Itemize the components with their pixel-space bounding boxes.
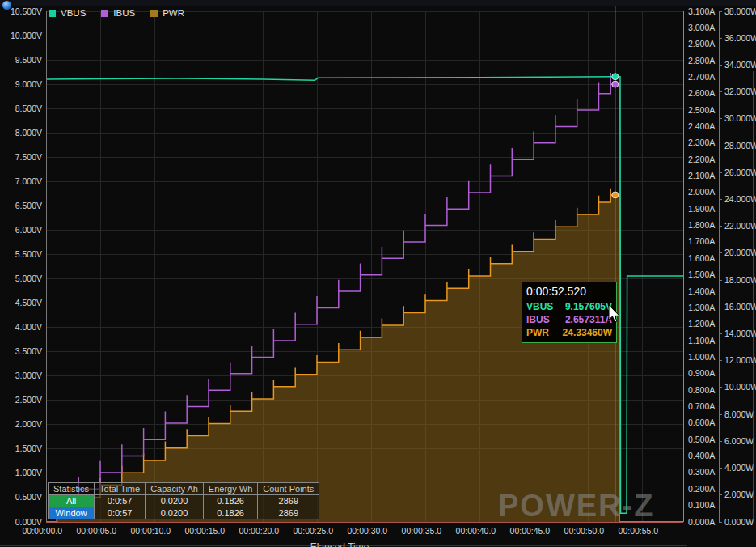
power-tick-label: 28.000W: [724, 141, 756, 151]
current-tick-label: 1.900A: [688, 204, 715, 214]
time-tick-label: 00:00:30.0: [348, 526, 388, 536]
tooltip-value-pwr: 24.33460W: [563, 326, 612, 339]
pwr-swatch-icon: [150, 10, 158, 17]
chart-plot[interactable]: [0, 0, 756, 547]
voltage-tick-label: 10.000V: [11, 31, 42, 41]
stats-all-capacity: 0.0200: [146, 495, 204, 507]
titlebar-fragment: [0, 0, 756, 6]
voltage-tick-label: 1.500V: [15, 443, 42, 454]
vertical-scrollbar[interactable]: [753, 71, 754, 521]
power-tick-label: 4.000W: [724, 463, 754, 473]
voltage-tick-label: 2.500V: [15, 395, 42, 405]
power-tick-label: 12.000W: [724, 355, 756, 366]
stats-row-all-label[interactable]: All: [49, 495, 95, 507]
tooltip-time: 0:00:52.520: [526, 285, 612, 298]
voltage-tick-label: 6.500V: [15, 201, 42, 211]
stats-row-window-label[interactable]: Window: [49, 507, 95, 519]
current-tick-label: 0.000A: [688, 517, 715, 528]
voltage-tick-label: 2.000V: [15, 419, 42, 430]
tooltip-row-pwr: PWR 24.33460W: [526, 326, 612, 339]
voltage-tick-label: 1.000V: [15, 468, 42, 478]
stats-header-statistics: Statistics: [49, 483, 95, 495]
legend-item-ibus[interactable]: IBUS: [101, 8, 135, 18]
stats-all-count: 2869: [258, 495, 319, 507]
power-tick-label: 8.000W: [724, 409, 754, 420]
stats-window-count: 2869: [258, 507, 319, 519]
voltage-tick-label: 4.000V: [15, 322, 42, 333]
current-tick-label: 1.100A: [688, 336, 715, 346]
power-tick-label: 30.000W: [724, 113, 756, 124]
current-tick-label: 2.600A: [688, 88, 715, 99]
app-icon: [2, 1, 11, 10]
pwr-area-fill: [46, 189, 683, 522]
power-tick-label: 26.000W: [724, 167, 756, 178]
vbus-swatch-icon: [49, 10, 56, 17]
current-tick-label: 0.600A: [688, 418, 715, 428]
current-tick-label: 0.700A: [688, 401, 715, 412]
tooltip-name-pwr: PWR: [526, 326, 549, 339]
legend-item-vbus[interactable]: VBUS: [49, 8, 86, 18]
ibus-cursor-marker: [612, 81, 619, 87]
power-tick-label: 10.000W: [724, 382, 756, 392]
time-tick-label: 00:00:40.0: [456, 526, 496, 536]
current-tick-label: 1.500A: [688, 269, 715, 280]
current-tick-label: 2.300A: [688, 138, 715, 148]
stats-row-all: All 0:0:57 0.0200 0.1826 2869: [49, 495, 319, 507]
power-tick-label: 34.000W: [724, 60, 756, 70]
current-tick-label: 0.100A: [688, 500, 715, 511]
current-tick-label: 2.000A: [688, 187, 715, 197]
voltage-tick-label: 8.500V: [15, 104, 42, 114]
power-tick-label: 20.000W: [724, 248, 756, 258]
voltage-tick-label: 9.000V: [15, 79, 42, 90]
current-tick-label: 3.000A: [688, 23, 715, 33]
stats-header-energy: Energy Wh: [203, 483, 257, 495]
current-tick-label: 2.100A: [688, 171, 715, 181]
voltage-tick-label: 5.000V: [15, 274, 42, 284]
voltage-tick-label: 4.500V: [15, 298, 42, 308]
horizontal-scrollbar[interactable]: [0, 545, 687, 546]
current-tick-label: 2.700A: [688, 72, 715, 83]
legend-label-pwr: PWR: [163, 8, 184, 18]
tooltip-value-vbus: 9.157605V: [565, 300, 612, 313]
tooltip-value-ibus: 2.657311A: [565, 313, 612, 326]
power-tick-label: 2.000W: [724, 490, 754, 500]
stats-window-total-time: 0:0:57: [95, 507, 146, 519]
legend-label-ibus: IBUS: [113, 8, 135, 18]
stats-header-count: Count Points: [258, 483, 319, 495]
vbus-cursor-marker: [612, 74, 619, 80]
voltage-tick-label: 0.500V: [15, 492, 42, 502]
time-tick-label: 00:00:45.0: [510, 526, 551, 536]
current-tick-label: 0.900A: [688, 368, 715, 379]
voltage-tick-label: 3.000V: [15, 371, 42, 381]
tooltip-row-ibus: IBUS 2.657311A: [526, 313, 612, 326]
power-tick-label: 0.000W: [724, 517, 754, 528]
stats-window-capacity: 0.0200: [146, 507, 204, 519]
voltage-tick-label: 6.000V: [15, 225, 42, 235]
time-tick-label: 00:00:10.0: [131, 526, 171, 536]
stats-window-energy: 0.1826: [203, 507, 257, 519]
power-z-recorder-screen: 0.000V0.500V1.000V1.500V2.000V2.500V3.00…: [0, 0, 756, 547]
tooltip-name-ibus: IBUS: [526, 313, 550, 326]
time-tick-label: 00:00:55.0: [619, 526, 659, 536]
power-tick-label: 6.000W: [724, 436, 754, 447]
power-tick-label: 22.000W: [724, 221, 756, 231]
chart-legend: VBUS IBUS PWR: [49, 8, 184, 18]
current-tick-label: 2.400A: [688, 121, 715, 132]
power-tick-label: 18.000W: [724, 275, 756, 286]
legend-label-vbus: VBUS: [61, 8, 86, 18]
current-tick-label: 0.400A: [688, 451, 715, 461]
current-tick-label: 1.700A: [688, 236, 715, 247]
current-tick-label: 1.200A: [688, 319, 715, 329]
legend-item-pwr[interactable]: PWR: [150, 8, 184, 18]
power-tick-label: 16.000W: [724, 302, 756, 312]
pwr-cursor-marker: [612, 192, 619, 198]
voltage-tick-label: 8.000V: [15, 128, 42, 138]
time-tick-label: 00:00:50.0: [564, 526, 605, 536]
ibus-swatch-icon: [101, 10, 108, 17]
current-tick-label: 1.000A: [688, 352, 715, 363]
time-tick-label: 00:00:15.0: [185, 526, 226, 536]
time-tick-label: 00:00:05.0: [77, 526, 117, 536]
power-tick-label: 14.000W: [724, 329, 756, 339]
current-tick-label: 2.800A: [688, 56, 715, 66]
time-tick-label: 00:00:20.0: [239, 526, 280, 536]
